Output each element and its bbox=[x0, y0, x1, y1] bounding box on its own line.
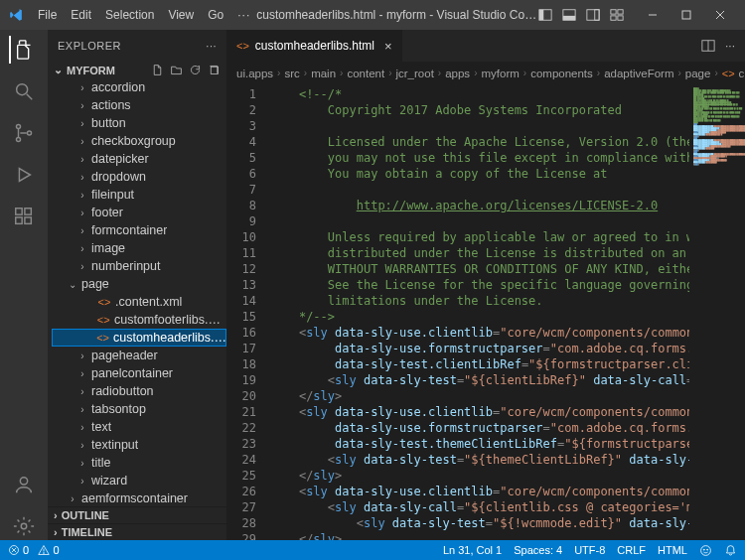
tree-item[interactable]: ›textinput bbox=[52, 436, 226, 454]
tree-item[interactable]: ›radiobutton bbox=[52, 382, 226, 400]
customize-layout-icon[interactable] bbox=[610, 8, 624, 22]
window-title: customheaderlibs.html - myform - Visual … bbox=[256, 8, 538, 22]
timeline-section[interactable]: › TIMELINE bbox=[48, 523, 226, 540]
status-lncol[interactable]: Ln 31, Col 1 bbox=[443, 544, 502, 556]
refresh-icon[interactable] bbox=[189, 64, 202, 76]
menu-view[interactable]: View bbox=[162, 5, 200, 25]
source-control-icon[interactable] bbox=[10, 119, 38, 147]
toggle-panel-icon[interactable] bbox=[562, 8, 576, 22]
chevron-icon: › bbox=[77, 261, 87, 272]
breadcrumb-item[interactable]: src bbox=[284, 68, 299, 79]
tree-item[interactable]: ›accordion bbox=[52, 78, 226, 96]
tree-item[interactable]: ›dropdown bbox=[52, 168, 226, 186]
svg-rect-11 bbox=[682, 11, 690, 19]
breadcrumb-item[interactable]: adaptiveForm bbox=[604, 68, 673, 79]
minimize-button[interactable] bbox=[636, 3, 670, 27]
status-encoding[interactable]: UTF-8 bbox=[574, 544, 605, 556]
tree-item[interactable]: ›title bbox=[52, 454, 226, 472]
tree-item[interactable]: ›checkboxgroup bbox=[52, 132, 226, 150]
collapse-all-icon[interactable] bbox=[208, 64, 221, 76]
search-icon[interactable] bbox=[10, 77, 38, 105]
html-file-icon: <> bbox=[97, 314, 110, 326]
chevron-icon: › bbox=[77, 422, 87, 433]
status-errors[interactable]: 0 0 bbox=[8, 544, 60, 556]
project-section[interactable]: ⌄MYFORM bbox=[48, 62, 226, 78]
menu-go[interactable]: Go bbox=[202, 5, 229, 25]
svg-rect-5 bbox=[595, 10, 599, 21]
editor-group: <> customheaderlibs.html × ··· ui.apps›s… bbox=[226, 30, 745, 540]
menu-edit[interactable]: Edit bbox=[65, 5, 97, 25]
file-tree[interactable]: ›accordion›actions›button›checkboxgroup›… bbox=[48, 78, 226, 506]
breadcrumb-item[interactable]: ui.apps bbox=[236, 68, 273, 79]
accounts-icon[interactable] bbox=[10, 471, 38, 498]
tree-item[interactable]: ›datepicker bbox=[52, 150, 226, 168]
tree-item[interactable]: ›formcontainer bbox=[52, 221, 226, 239]
tree-item[interactable]: ›aemformscontainer bbox=[52, 490, 226, 506]
breadcrumb-item[interactable]: <>customheaderlibs bbox=[722, 68, 745, 79]
settings-gear-icon[interactable] bbox=[10, 512, 38, 540]
tab-customheaderlibs[interactable]: <> customheaderlibs.html × bbox=[226, 30, 403, 62]
tree-item[interactable]: <>customfooterlibs.html bbox=[52, 311, 226, 329]
tree-item-label: formcontainer bbox=[91, 223, 167, 237]
code-content[interactable]: <!--/* Copyright 2017 Adobe Systems Inco… bbox=[270, 84, 689, 540]
tree-item[interactable]: <>customheaderlibs.html bbox=[52, 329, 226, 347]
menu-more[interactable]: ··· bbox=[231, 5, 256, 25]
tree-item[interactable]: ›wizard bbox=[52, 472, 226, 490]
explorer-more-icon[interactable]: ··· bbox=[206, 40, 217, 52]
sidebar-header: EXPLORER ··· bbox=[48, 30, 226, 62]
close-button[interactable] bbox=[703, 3, 737, 27]
status-spaces[interactable]: Spaces: 4 bbox=[514, 544, 562, 556]
code-area[interactable]: 1234567891011121314151617181920212223242… bbox=[226, 84, 745, 540]
breadcrumb-item[interactable]: page bbox=[685, 68, 711, 79]
breadcrumbs[interactable]: ui.apps›src›main›content›jcr_root›apps›m… bbox=[226, 63, 745, 84]
tree-item[interactable]: ›panelcontainer bbox=[52, 364, 226, 382]
toggle-primary-sidebar-icon[interactable] bbox=[538, 8, 552, 22]
breadcrumb-item[interactable]: content bbox=[347, 68, 384, 79]
status-bell-icon[interactable] bbox=[724, 544, 737, 557]
status-eol[interactable]: CRLF bbox=[617, 544, 646, 556]
breadcrumb-item[interactable]: main bbox=[311, 68, 336, 79]
tree-item[interactable]: ›fileinput bbox=[52, 186, 226, 204]
svg-point-36 bbox=[707, 549, 708, 550]
outline-section[interactable]: › OUTLINE bbox=[48, 506, 226, 523]
tree-item[interactable]: ›numberinput bbox=[52, 257, 226, 275]
tree-item-label: numberinput bbox=[91, 259, 161, 273]
new-folder-icon[interactable] bbox=[170, 64, 183, 76]
project-name: MYFORM bbox=[67, 65, 115, 76]
split-editor-icon[interactable] bbox=[701, 39, 715, 53]
run-debug-icon[interactable] bbox=[10, 161, 38, 189]
menu-file[interactable]: File bbox=[32, 5, 63, 25]
html-file-icon: <> bbox=[96, 332, 109, 344]
tab-bar: <> customheaderlibs.html × ··· bbox=[226, 30, 745, 63]
minimap[interactable]: ██████ █████████ ████ █████ ███████ ████… bbox=[689, 84, 745, 540]
tree-item[interactable]: ›pageheader bbox=[52, 347, 226, 364]
new-file-icon[interactable] bbox=[151, 64, 164, 76]
extensions-icon[interactable] bbox=[10, 203, 38, 230]
explorer-icon[interactable] bbox=[9, 36, 37, 64]
tree-item-label: wizard bbox=[91, 474, 127, 488]
tree-item[interactable]: ›footer bbox=[52, 204, 226, 221]
chevron-right-icon: › bbox=[54, 509, 58, 521]
breadcrumb-item[interactable]: components bbox=[530, 68, 593, 79]
tree-item[interactable]: ›actions bbox=[52, 96, 226, 114]
breadcrumb-item[interactable]: jcr_root bbox=[395, 68, 433, 79]
tree-item[interactable]: ›button bbox=[52, 114, 226, 132]
maximize-button[interactable] bbox=[670, 3, 703, 27]
tree-item[interactable]: <>.content.xml bbox=[52, 293, 226, 311]
chevron-icon: › bbox=[77, 440, 87, 451]
tree-item[interactable]: ⌄page bbox=[52, 275, 226, 293]
editor-more-icon[interactable]: ··· bbox=[725, 39, 735, 53]
status-feedback-icon[interactable] bbox=[699, 544, 712, 557]
breadcrumb-item[interactable]: myform bbox=[481, 68, 519, 79]
tab-close-icon[interactable]: × bbox=[384, 39, 392, 54]
svg-rect-23 bbox=[25, 209, 31, 214]
chevron-icon: › bbox=[77, 350, 87, 361]
tree-item[interactable]: ›image bbox=[52, 239, 226, 257]
breadcrumb-item[interactable]: apps bbox=[445, 68, 470, 79]
status-lang[interactable]: HTML bbox=[658, 544, 687, 556]
menu-selection[interactable]: Selection bbox=[99, 5, 160, 25]
tree-item[interactable]: ›text bbox=[52, 418, 226, 436]
toggle-secondary-sidebar-icon[interactable] bbox=[586, 8, 600, 22]
xml-file-icon: <> bbox=[97, 296, 111, 308]
tree-item[interactable]: ›tabsontop bbox=[52, 400, 226, 418]
